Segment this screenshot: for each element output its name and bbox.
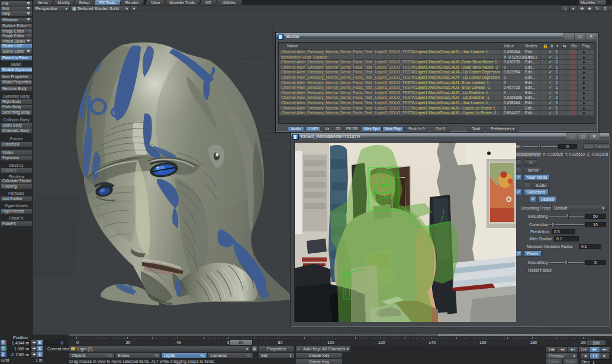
svg-text:O: O: [506, 195, 511, 204]
